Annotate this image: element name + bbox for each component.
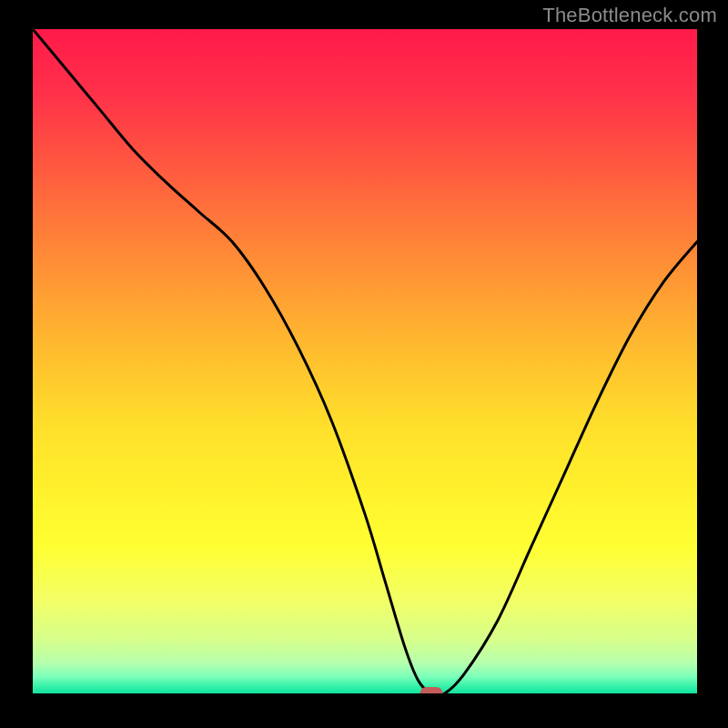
chart-frame: TheBottleneck.com bbox=[0, 0, 728, 728]
optimal-marker bbox=[420, 687, 443, 693]
plot-area bbox=[33, 29, 697, 693]
gradient-background bbox=[33, 29, 697, 693]
bottleneck-chart-svg bbox=[33, 29, 697, 693]
attribution-text: TheBottleneck.com bbox=[542, 4, 717, 27]
